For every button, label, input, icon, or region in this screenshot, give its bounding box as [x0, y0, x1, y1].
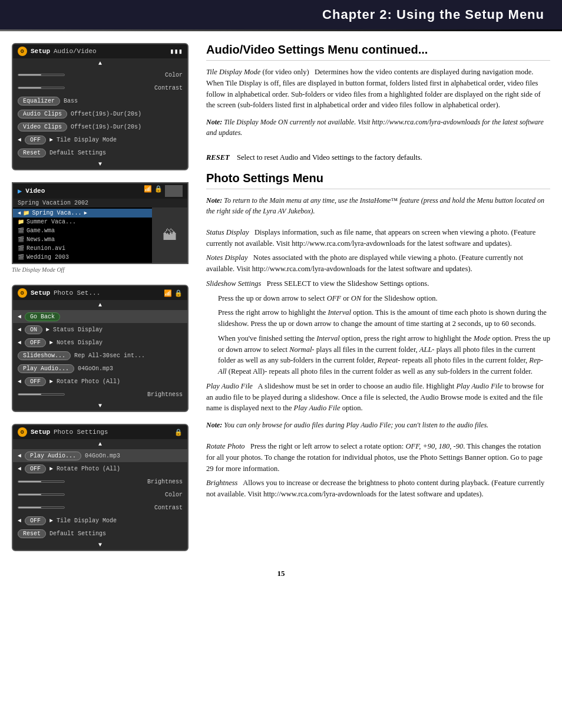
setup-screen-av: ⚙ Setup Audio/Video ▮▮▮ ▲ Color [12, 43, 189, 170]
photo-set-title: Setup [31, 289, 50, 297]
file-icon-4: 🎬 [18, 245, 24, 252]
notes-left[interactable]: ◄ [18, 340, 21, 346]
ps-contrast-slider[interactable] [18, 506, 151, 509]
rotate-label: Rotate Photo (All) [57, 378, 120, 385]
audio-clips-btn[interactable]: Audio Clips [18, 110, 67, 118]
video-clips-label: Offset(19s)-Dur(20s) [71, 124, 141, 130]
signal-icon-2: 📶 [164, 289, 172, 297]
ps-reset-btn[interactable]: Reset [18, 529, 46, 538]
video-list: ◄ 📁 Spring Vaca... ► 📁 Summer Vaca... 🎬 … [13, 207, 152, 263]
slideshow-indent-3: When you've finished setting the Interva… [218, 333, 550, 377]
ps-rotate-btn[interactable]: OFF [25, 465, 46, 473]
slideshow-term: Slideshow Settings [206, 279, 261, 288]
video-item-4[interactable]: 🎬 Reunion.avi [13, 244, 152, 253]
play-audio-btn[interactable]: Play Audio... [18, 364, 74, 373]
photo-settings-subtitle: Photo Settings [54, 429, 108, 436]
lock-icon: 🔒 [154, 185, 163, 197]
slideshow-btn[interactable]: Slideshow... [18, 351, 71, 360]
video-item-3[interactable]: 🎬 News.wma [13, 235, 152, 244]
notes-display-label: Notes Display [57, 340, 103, 346]
thumbnail-icon: 🏔 [163, 227, 177, 244]
ps-contrast-row: Contrast [13, 501, 187, 514]
battery-icon: ▮▮▮ [170, 47, 183, 56]
color-slider[interactable] [18, 74, 161, 76]
page-header: Chapter 2: Using the Setup Menu [0, 0, 562, 29]
ps-rotate-left[interactable]: ◄ [18, 466, 21, 472]
ps-contrast-label: Contrast [154, 505, 183, 511]
ps-brightness-slider[interactable] [18, 480, 144, 483]
video-item-5[interactable]: 🎬 Wedding 2003 [13, 253, 152, 262]
video-titlebar: ▶ Video 📶 🔒 [13, 183, 187, 199]
contrast-slider[interactable] [18, 87, 151, 89]
ps-color-slider[interactable] [18, 493, 161, 496]
contrast-track [18, 87, 65, 89]
lock-icon-2: 🔒 [174, 289, 183, 297]
slideshow-label: Rep All-30sec int... [74, 353, 145, 359]
av-row-tile-display: ◄ OFF ► Tile Display Mode [13, 133, 187, 146]
video-item-2[interactable]: 🎬 Game.wma [13, 226, 152, 235]
file-icon-2: 🎬 [18, 228, 24, 234]
audio-clips-label: Offset(19s)-Dur(20s) [71, 111, 141, 117]
status-display-label: Status Display [53, 327, 103, 333]
video-item-1[interactable]: 📁 Summer Vaca... [13, 218, 152, 226]
notes-display-def: Notes Display Notes associated with the … [206, 252, 550, 275]
rotate-left[interactable]: ◄ [18, 378, 21, 385]
folder-right-arrow: ► [84, 210, 87, 216]
video-item-0[interactable]: ◄ 📁 Spring Vaca... ► [13, 209, 152, 218]
video-item-name-4: Reunion.avi [27, 245, 65, 252]
photo-set-rotate: ◄ OFF ► Rotate Photo (All) [13, 375, 187, 388]
contrast-fill [18, 87, 41, 88]
color-fill [18, 74, 41, 75]
photo-set-subtitle: Photo Set... [54, 289, 100, 297]
rotate-right[interactable]: ► [49, 378, 53, 385]
slideshow-indent-2: Press the right arrow to highlight the I… [218, 307, 550, 330]
photo-set-titlebar: ⚙ Setup Photo Set... 📶 🔒 [13, 286, 187, 300]
play-audio-note-label: Note: [206, 421, 222, 429]
tile-left-arrow[interactable]: ◄ [18, 137, 21, 143]
status-on-btn[interactable]: ON [25, 325, 42, 334]
slideshow-def: Slideshow Settings Press SELECT to view … [206, 278, 550, 289]
ps-tile-left[interactable]: ◄ [18, 518, 21, 524]
brightness-slider[interactable] [18, 393, 144, 396]
page-number: 15 [0, 563, 562, 590]
video-subtitle: Spring Vacation 2002 [13, 199, 187, 207]
ps-brightness-row: Brightness [13, 475, 187, 488]
color-track [18, 74, 65, 76]
equalizer-btn[interactable]: Equalizer [18, 97, 60, 106]
bass-label: Bass [64, 98, 78, 104]
av-row-color: Color [13, 68, 187, 81]
setup-screen-photo-settings: ⚙ Setup Photo Settings 🔒 ▲ ◄ Play Audio.… [12, 424, 189, 551]
brightness-term: Brightness [206, 479, 237, 487]
rotate-off-btn[interactable]: OFF [25, 377, 46, 386]
play-audio-note-text: You can only browse for audio files duri… [222, 421, 488, 429]
video-list-area: ◄ 📁 Spring Vaca... ► 📁 Summer Vaca... 🎬 … [13, 207, 187, 263]
tile-off-btn[interactable]: OFF [25, 136, 46, 144]
ps-rotate-label: Rotate Photo (All) [57, 466, 120, 472]
video-thumbnail: 🏔 [152, 207, 187, 263]
goback-btn[interactable]: Go Back [25, 312, 60, 321]
notes-off-btn[interactable]: OFF [25, 338, 46, 347]
tile-right-arrow[interactable]: ► [49, 137, 53, 143]
status-right[interactable]: ► [46, 327, 49, 333]
av-row-reset: Reset Default Settings [13, 146, 187, 159]
reset-btn[interactable]: Reset [18, 149, 46, 157]
ps-tile-btn[interactable]: OFF [25, 516, 46, 525]
ps-play-audio-file: 04GoOn.mp3 [85, 453, 120, 459]
notes-right[interactable]: ► [49, 340, 53, 346]
status-left[interactable]: ◄ [18, 327, 21, 333]
ps-tile-right[interactable]: ► [49, 518, 53, 524]
signal-icon: 📶 [144, 185, 152, 197]
video-clips-btn[interactable]: Video Clips [18, 123, 67, 131]
ps-contrast-fill [18, 507, 41, 508]
video-item-name-3: News.wma [27, 236, 55, 243]
page-body: ⚙ Setup Audio/Video ▮▮▮ ▲ Color [0, 31, 562, 563]
ps-rotate-right[interactable]: ► [49, 466, 53, 472]
folder-left-arrow: ◄ [18, 210, 21, 216]
play-audio-term: Play Audio File [206, 382, 253, 390]
play-audio-label: 04GoOn.mp3 [78, 365, 113, 372]
ps-play-audio-btn[interactable]: Play Audio... [25, 452, 81, 460]
ps-color-row: Color [13, 488, 187, 501]
tile-display-note-text: Tile Display Mode ON currently not avail… [206, 118, 544, 137]
photo-settings-note: Note: To return to the Main menu at any … [206, 195, 550, 216]
video-item-name-1: Summer Vaca... [27, 219, 76, 225]
